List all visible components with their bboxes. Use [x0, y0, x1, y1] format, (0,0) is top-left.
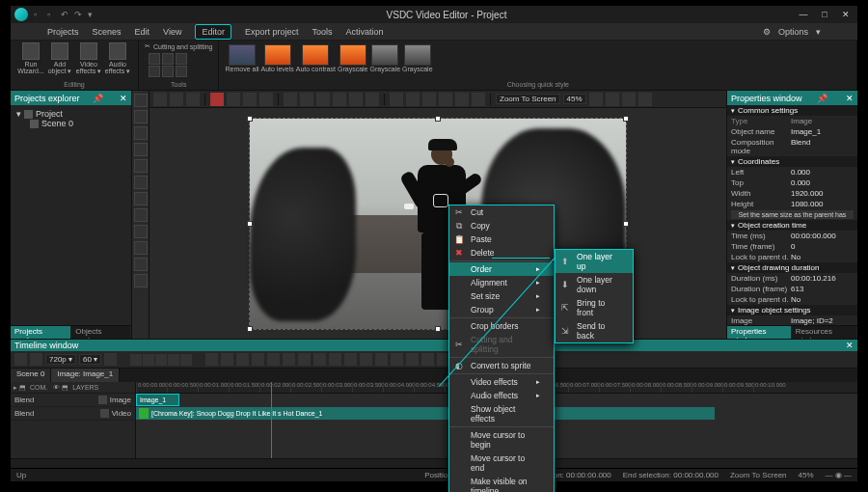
section-image-settings[interactable]: Image object settings	[727, 305, 857, 315]
tb-button[interactable]	[284, 93, 297, 106]
preview-canvas[interactable]	[149, 108, 726, 339]
play-icon[interactable]	[155, 354, 167, 366]
play-prev-icon[interactable]	[143, 354, 154, 366]
ctx-paste[interactable]: 📋Paste	[449, 232, 554, 246]
tb-button[interactable]	[472, 93, 485, 106]
tl-button[interactable]	[313, 353, 326, 366]
tb-button[interactable]	[333, 93, 346, 106]
tl-button[interactable]	[421, 353, 434, 366]
section-drawing-duration[interactable]: Object drawing duration	[727, 262, 857, 273]
add-object-button[interactable]: Add object ▾	[45, 42, 74, 74]
zoom-mode-select[interactable]: Zoom To Screen	[496, 94, 560, 104]
track-image[interactable]: BlendImage	[11, 394, 135, 407]
side-tool-icon[interactable]	[134, 192, 148, 205]
tl-button[interactable]	[283, 353, 295, 366]
panel-close-icon[interactable]: ✕	[120, 94, 127, 103]
ctx-make-visible[interactable]: Make visible on timeline	[449, 475, 554, 492]
tb-delete-icon[interactable]	[210, 93, 224, 106]
tb-button[interactable]	[589, 93, 603, 106]
resize-handle[interactable]	[247, 221, 253, 227]
tb-button[interactable]	[422, 93, 436, 106]
tb-button[interactable]	[186, 93, 200, 106]
side-tool-icon[interactable]	[134, 94, 148, 107]
panel-close-icon[interactable]: ✕	[846, 341, 854, 350]
side-tool-icon[interactable]	[134, 126, 148, 140]
ctx-audio-effects[interactable]: Audio effects▸	[449, 389, 554, 402]
ctx-video-effects[interactable]: Video effects▸	[449, 375, 554, 389]
tb-button[interactable]	[455, 93, 469, 106]
resize-handle[interactable]	[623, 116, 629, 122]
tb-button[interactable]	[606, 93, 619, 106]
tb-button[interactable]	[259, 93, 273, 106]
ctx-order[interactable]: Order▸	[449, 262, 554, 276]
side-tool-icon[interactable]	[134, 208, 148, 222]
tb-button[interactable]	[638, 93, 652, 106]
status-zoom-slider[interactable]: — ◉ —	[826, 471, 852, 479]
ctx-alignment[interactable]: Alignment▸	[449, 276, 554, 289]
tl-button[interactable]	[344, 353, 357, 366]
side-tool-icon[interactable]	[134, 258, 148, 271]
side-tool-icon[interactable]	[134, 159, 148, 173]
tool-icon[interactable]	[176, 66, 187, 77]
close-button[interactable]: ✕	[838, 10, 854, 19]
tab-properties-window[interactable]: Properties window	[727, 326, 792, 339]
tool-icon[interactable]	[176, 53, 187, 65]
resize-handle[interactable]	[247, 326, 253, 332]
options-gear-icon[interactable]: ⚙	[763, 27, 771, 37]
playhead[interactable]	[271, 382, 272, 458]
resize-handle[interactable]	[247, 116, 253, 122]
menu-tools[interactable]: Tools	[312, 27, 332, 37]
tl-button[interactable]	[298, 353, 311, 366]
track-video[interactable]: BlendVideo	[11, 407, 135, 421]
resize-handle[interactable]	[623, 221, 629, 227]
resize-handle[interactable]	[435, 326, 441, 332]
timeline-scrollbar[interactable]	[11, 458, 857, 468]
options-dropdown-icon[interactable]: ▾	[816, 27, 821, 37]
ctx-set-size[interactable]: Set size▸	[449, 289, 554, 303]
menu-activation[interactable]: Activation	[345, 27, 383, 37]
timeline-tab-image[interactable]: Image: Image_1	[51, 369, 120, 382]
menu-edit[interactable]: Edit	[135, 27, 150, 37]
tb-button[interactable]	[243, 93, 257, 106]
tl-button[interactable]	[406, 353, 419, 366]
panel-pin-icon[interactable]: 📌	[93, 94, 103, 103]
order-bring-front[interactable]: ⇱Bring to front	[556, 296, 633, 319]
options-label[interactable]: Options	[778, 27, 808, 37]
tb-button[interactable]	[366, 93, 379, 106]
tree-scene-0[interactable]: Scene 0	[16, 119, 125, 128]
menu-view[interactable]: View	[163, 27, 181, 37]
resize-handle[interactable]	[435, 116, 441, 122]
ctx-cut[interactable]: ✂Cut	[449, 205, 554, 219]
tl-fps-select[interactable]: 60 ▾	[79, 354, 101, 365]
menu-editor[interactable]: Editor	[195, 24, 231, 40]
order-one-layer-down[interactable]: ⬇One layer down	[556, 273, 633, 296]
tl-button[interactable]	[205, 353, 218, 366]
video-effects-button[interactable]: Video effects ▾	[74, 42, 103, 74]
side-tool-icon[interactable]	[134, 143, 148, 156]
style-remove-all[interactable]: Remove all	[225, 44, 258, 72]
panel-close-icon[interactable]: ✕	[846, 94, 854, 103]
side-tool-icon[interactable]	[134, 241, 148, 255]
qat-new-icon[interactable]: ▫	[34, 10, 43, 19]
clip-chroma-key[interactable]: [Chroma Key]: Snoop Dogg Drop It Like It…	[136, 407, 715, 420]
ctx-show-effects[interactable]: Show object effects	[449, 402, 554, 425]
tb-button[interactable]	[170, 93, 183, 106]
style-grayscale-1[interactable]: Grayscale	[338, 44, 368, 72]
tool-icon[interactable]	[149, 53, 160, 65]
tl-button[interactable]	[104, 353, 117, 366]
tb-button[interactable]	[300, 93, 313, 106]
panel-pin-icon[interactable]: 📌	[817, 94, 827, 103]
qat-undo-icon[interactable]: ↶	[61, 10, 70, 19]
tab-projects-explorer[interactable]: Projects explorer	[11, 326, 71, 339]
menu-scenes[interactable]: Scenes	[93, 27, 122, 37]
side-tool-icon[interactable]	[134, 274, 148, 287]
ctx-crop-borders[interactable]: Crop borders	[449, 319, 554, 333]
tb-button[interactable]	[622, 93, 636, 106]
ctx-cursor-begin[interactable]: Move cursor to begin	[449, 428, 554, 451]
tool-icon[interactable]	[149, 66, 160, 77]
tab-resources-window[interactable]: Resources window	[792, 326, 857, 339]
tool-icon[interactable]	[162, 53, 174, 65]
menu-export[interactable]: Export project	[245, 27, 299, 37]
ctx-cursor-end[interactable]: Move cursor to end	[449, 451, 554, 475]
audio-effects-button[interactable]: Audio effects ▾	[103, 42, 132, 74]
